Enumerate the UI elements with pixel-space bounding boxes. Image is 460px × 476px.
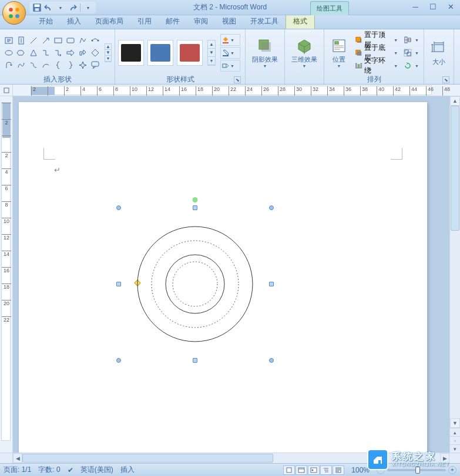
- status-words[interactable]: 字数: 0: [38, 465, 60, 475]
- view-draft[interactable]: [333, 465, 344, 475]
- handle-l[interactable]: [116, 282, 121, 286]
- handle-tl[interactable]: [116, 205, 121, 210]
- hscroll-left[interactable]: ◀: [13, 453, 22, 463]
- status-page[interactable]: 页面: 1/1: [4, 465, 31, 475]
- view-print-layout[interactable]: [283, 465, 295, 475]
- shape-arc[interactable]: [40, 59, 52, 71]
- shape-oval[interactable]: [3, 47, 15, 59]
- shape-elbow-arrow[interactable]: [52, 47, 64, 59]
- prev-page[interactable]: ▴: [450, 428, 460, 436]
- minimize-button[interactable]: ─: [408, 1, 422, 12]
- ruler-toggle[interactable]: [449, 85, 460, 96]
- vscroll-track[interactable]: [450, 106, 460, 418]
- shape-star-4[interactable]: [77, 59, 89, 71]
- shape-curve[interactable]: [15, 59, 27, 71]
- vscroll-thumb[interactable]: [451, 106, 459, 231]
- shape-text-box[interactable]: [3, 35, 15, 46]
- handle-b[interactable]: [193, 358, 197, 363]
- rotation-handle[interactable]: [193, 197, 198, 202]
- handle-bl[interactable]: [116, 358, 121, 363]
- vscroll-down[interactable]: ▼: [450, 418, 460, 428]
- style-scroll-up[interactable]: ▲: [208, 40, 215, 49]
- shape-curved-connector[interactable]: [28, 59, 39, 71]
- ruler-corner[interactable]: [0, 85, 13, 96]
- view-full-screen[interactable]: [296, 465, 307, 475]
- save-icon[interactable]: [32, 2, 42, 13]
- office-button[interactable]: [2, 1, 26, 25]
- shape-elbow-connector[interactable]: [40, 47, 52, 59]
- hscroll-track[interactable]: [22, 453, 440, 463]
- shape-right-brace[interactable]: [65, 59, 76, 71]
- handle-tr[interactable]: [269, 205, 274, 210]
- style-swatch-black[interactable]: [118, 40, 144, 66]
- horizontal-ruler[interactable]: 2246810121416182022242628303234363840424…: [13, 85, 449, 96]
- style-swatch-blue[interactable]: [147, 40, 173, 66]
- zoom-out-button[interactable]: −: [377, 466, 385, 474]
- style-swatch-red[interactable]: [177, 40, 203, 66]
- shape-diamond[interactable]: [89, 47, 101, 59]
- tab-format[interactable]: 格式: [286, 13, 315, 29]
- size-button[interactable]: 大小: [427, 33, 451, 72]
- zoom-slider-knob[interactable]: [415, 467, 420, 474]
- shadow-effects-button[interactable]: 阴影效果▼: [249, 33, 281, 72]
- shape-line[interactable]: [28, 35, 39, 46]
- shape-bent-arrow[interactable]: [77, 47, 89, 59]
- status-proofing-icon[interactable]: ✔: [68, 466, 73, 474]
- zoom-slider[interactable]: [387, 469, 446, 471]
- close-button[interactable]: ✕: [444, 1, 458, 12]
- tab-home[interactable]: 开始: [32, 14, 60, 29]
- shape-rectangle[interactable]: [52, 35, 64, 46]
- vertical-ruler[interactable]: 2246810121416182022: [0, 96, 13, 453]
- group-button[interactable]: ▼: [402, 47, 421, 59]
- status-insert-mode[interactable]: 插入: [120, 465, 135, 475]
- handle-t[interactable]: [193, 205, 197, 210]
- vscroll-up[interactable]: ▲: [450, 96, 460, 106]
- tab-developer[interactable]: 开发工具: [243, 14, 286, 29]
- shape-outline-button[interactable]: ▼: [220, 47, 240, 59]
- shape-styles-dialog-launcher[interactable]: ⬊: [234, 76, 241, 83]
- tab-mailings[interactable]: 邮件: [159, 14, 187, 29]
- change-shape-button[interactable]: ▼: [220, 60, 240, 72]
- text-wrap-button[interactable]: 文字环绕▼: [353, 60, 399, 72]
- view-outline[interactable]: [320, 465, 332, 475]
- shape-callout[interactable]: [89, 59, 101, 71]
- gallery-more[interactable]: ▾: [105, 56, 111, 62]
- style-more[interactable]: ▾: [208, 57, 215, 65]
- hscroll-thumb[interactable]: [22, 454, 273, 463]
- gallery-scroll-up[interactable]: ▲: [105, 44, 111, 50]
- qat-customize-dropdown[interactable]: ▼: [83, 2, 93, 13]
- tab-page-layout[interactable]: 页面布局: [88, 14, 130, 29]
- handle-r[interactable]: [269, 282, 274, 286]
- status-language[interactable]: 英语(美国): [80, 465, 113, 475]
- gallery-scroll-down[interactable]: ▼: [105, 50, 111, 56]
- shape-edit-points[interactable]: [89, 35, 101, 46]
- shape-triangle[interactable]: [28, 47, 39, 59]
- view-web-layout[interactable]: [308, 465, 320, 475]
- shape-hexagon[interactable]: [15, 47, 27, 59]
- shape-right-arrow[interactable]: [65, 47, 76, 59]
- undo-icon[interactable]: [43, 2, 54, 13]
- handle-br[interactable]: [269, 358, 274, 363]
- tab-view[interactable]: 视图: [215, 14, 243, 29]
- shape-vertical-text-box[interactable]: [15, 35, 27, 46]
- rotate-button[interactable]: ▼: [402, 60, 421, 72]
- shape-left-brace[interactable]: [52, 59, 64, 71]
- hscroll-right[interactable]: ▶: [440, 453, 449, 463]
- select-browse-object[interactable]: ◦: [450, 436, 460, 444]
- shape-uturn-arrow[interactable]: [3, 59, 15, 71]
- tab-review[interactable]: 审阅: [187, 14, 215, 29]
- style-scroll-down[interactable]: ▼: [208, 49, 215, 57]
- donut-shape[interactable]: [136, 225, 254, 343]
- redo-icon[interactable]: [67, 2, 78, 13]
- threed-effects-button[interactable]: 三维效果▼: [288, 33, 321, 72]
- document-canvas[interactable]: ↵: [13, 96, 449, 453]
- shape-fill-button[interactable]: ▼: [220, 34, 240, 46]
- tab-references[interactable]: 引用: [130, 14, 159, 29]
- maximize-button[interactable]: ☐: [426, 1, 440, 12]
- position-button[interactable]: 位置▼: [327, 33, 351, 72]
- size-dialog-launcher[interactable]: ⬊: [442, 76, 449, 83]
- shape-rounded-rect[interactable]: [65, 35, 76, 46]
- shape-freeform[interactable]: [77, 35, 89, 46]
- undo-dropdown[interactable]: ▼: [55, 2, 66, 13]
- tab-insert[interactable]: 插入: [60, 14, 88, 29]
